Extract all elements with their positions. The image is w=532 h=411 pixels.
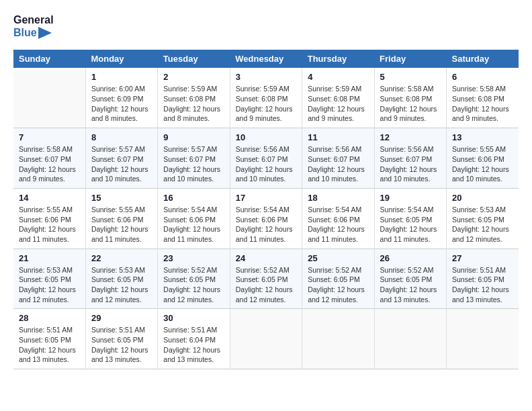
calendar-cell: 27Sunrise: 5:51 AMSunset: 6:05 PMDayligh… [447, 248, 519, 309]
calendar-cell: 12Sunrise: 5:56 AMSunset: 6:07 PMDayligh… [374, 128, 446, 189]
day-number: 23 [163, 253, 224, 263]
day-number: 28 [19, 313, 80, 323]
calendar-cell: 4Sunrise: 5:59 AMSunset: 6:08 PMDaylight… [302, 68, 374, 128]
day-info: Sunrise: 5:58 AMSunset: 6:08 PMDaylight:… [452, 84, 513, 124]
day-info: Sunrise: 5:57 AMSunset: 6:07 PMDaylight:… [163, 144, 224, 184]
day-number: 7 [19, 132, 80, 142]
week-row-3: 14Sunrise: 5:55 AMSunset: 6:06 PMDayligh… [13, 188, 519, 248]
day-number: 16 [163, 193, 224, 203]
day-info: Sunrise: 5:53 AMSunset: 6:05 PMDaylight:… [91, 265, 152, 305]
day-info: Sunrise: 5:51 AMSunset: 6:04 PMDaylight:… [163, 325, 224, 365]
calendar-cell [302, 309, 374, 369]
calendar-cell: 29Sunrise: 5:51 AMSunset: 6:05 PMDayligh… [85, 309, 157, 369]
calendar-cell: 1Sunrise: 6:00 AMSunset: 6:09 PMDaylight… [85, 68, 157, 128]
logo-general: General [13, 13, 54, 26]
calendar-cell [13, 68, 85, 128]
day-number: 17 [236, 193, 296, 203]
calendar-cell: 28Sunrise: 5:51 AMSunset: 6:05 PMDayligh… [13, 309, 85, 369]
calendar-cell: 11Sunrise: 5:56 AMSunset: 6:07 PMDayligh… [302, 128, 374, 189]
day-info: Sunrise: 5:57 AMSunset: 6:07 PMDaylight:… [91, 144, 152, 184]
day-info: Sunrise: 5:52 AMSunset: 6:05 PMDaylight:… [380, 265, 441, 305]
day-info: Sunrise: 5:51 AMSunset: 6:05 PMDaylight:… [19, 325, 80, 365]
day-number: 10 [236, 132, 296, 142]
day-number: 5 [380, 72, 441, 82]
calendar-cell: 6Sunrise: 5:58 AMSunset: 6:08 PMDaylight… [447, 68, 519, 128]
day-number: 22 [91, 253, 152, 263]
day-number: 9 [163, 132, 224, 142]
col-header-sunday: Sunday [13, 50, 85, 68]
calendar-cell: 7Sunrise: 5:58 AMSunset: 6:07 PMDaylight… [13, 128, 85, 189]
col-header-friday: Friday [374, 50, 446, 68]
calendar-cell: 3Sunrise: 5:59 AMSunset: 6:08 PMDaylight… [230, 68, 302, 128]
day-info: Sunrise: 5:58 AMSunset: 6:07 PMDaylight:… [19, 144, 80, 184]
day-number: 21 [19, 253, 80, 263]
day-number: 15 [91, 193, 152, 203]
day-info: Sunrise: 5:53 AMSunset: 6:05 PMDaylight:… [19, 265, 80, 305]
week-row-2: 7Sunrise: 5:58 AMSunset: 6:07 PMDaylight… [13, 128, 519, 189]
calendar-cell [374, 309, 446, 369]
col-header-monday: Monday [85, 50, 157, 68]
day-number: 4 [308, 72, 368, 82]
calendar-cell: 24Sunrise: 5:52 AMSunset: 6:05 PMDayligh… [230, 248, 302, 309]
day-info: Sunrise: 5:59 AMSunset: 6:08 PMDaylight:… [163, 84, 224, 124]
calendar-cell: 9Sunrise: 5:57 AMSunset: 6:07 PMDaylight… [158, 128, 230, 189]
calendar-cell: 17Sunrise: 5:54 AMSunset: 6:06 PMDayligh… [230, 188, 302, 248]
day-number: 18 [308, 193, 368, 203]
week-row-4: 21Sunrise: 5:53 AMSunset: 6:05 PMDayligh… [13, 248, 519, 309]
day-info: Sunrise: 5:55 AMSunset: 6:06 PMDaylight:… [452, 144, 513, 184]
logo-blue: Blue [13, 26, 37, 39]
day-number: 3 [236, 72, 296, 82]
day-info: Sunrise: 5:55 AMSunset: 6:06 PMDaylight:… [19, 205, 80, 244]
day-number: 25 [308, 253, 368, 263]
day-info: Sunrise: 5:51 AMSunset: 6:05 PMDaylight:… [452, 265, 513, 305]
day-info: Sunrise: 5:54 AMSunset: 6:06 PMDaylight:… [163, 205, 224, 244]
logo-text-block: General Blue [13, 13, 54, 39]
col-header-tuesday: Tuesday [158, 50, 230, 68]
day-number: 2 [163, 72, 224, 82]
day-number: 29 [91, 313, 152, 323]
day-number: 11 [308, 132, 368, 142]
day-number: 8 [91, 132, 152, 142]
day-info: Sunrise: 5:56 AMSunset: 6:07 PMDaylight:… [380, 144, 441, 184]
header: General Blue [13, 13, 519, 39]
day-info: Sunrise: 5:54 AMSunset: 6:05 PMDaylight:… [380, 205, 441, 244]
day-info: Sunrise: 5:52 AMSunset: 6:05 PMDaylight:… [163, 265, 224, 305]
day-info: Sunrise: 6:00 AMSunset: 6:09 PMDaylight:… [91, 84, 152, 124]
calendar-cell: 16Sunrise: 5:54 AMSunset: 6:06 PMDayligh… [158, 188, 230, 248]
calendar-cell: 5Sunrise: 5:58 AMSunset: 6:08 PMDaylight… [374, 68, 446, 128]
calendar-cell: 23Sunrise: 5:52 AMSunset: 6:05 PMDayligh… [158, 248, 230, 309]
day-number: 6 [452, 72, 513, 82]
header-row: SundayMondayTuesdayWednesdayThursdayFrid… [13, 50, 519, 68]
calendar-cell [230, 309, 302, 369]
calendar-cell: 26Sunrise: 5:52 AMSunset: 6:05 PMDayligh… [374, 248, 446, 309]
calendar-cell: 14Sunrise: 5:55 AMSunset: 6:06 PMDayligh… [13, 188, 85, 248]
day-number: 20 [452, 193, 513, 203]
day-number: 24 [236, 253, 296, 263]
calendar-cell: 18Sunrise: 5:54 AMSunset: 6:06 PMDayligh… [302, 188, 374, 248]
calendar-cell: 8Sunrise: 5:57 AMSunset: 6:07 PMDaylight… [85, 128, 157, 189]
day-number: 12 [380, 132, 441, 142]
calendar-cell: 22Sunrise: 5:53 AMSunset: 6:05 PMDayligh… [85, 248, 157, 309]
day-info: Sunrise: 5:56 AMSunset: 6:07 PMDaylight:… [308, 144, 368, 184]
col-header-saturday: Saturday [447, 50, 519, 68]
day-number: 27 [452, 253, 513, 263]
calendar-table: SundayMondayTuesdayWednesdayThursdayFrid… [13, 50, 519, 369]
calendar-cell: 15Sunrise: 5:55 AMSunset: 6:06 PMDayligh… [85, 188, 157, 248]
day-info: Sunrise: 5:54 AMSunset: 6:06 PMDaylight:… [236, 205, 296, 244]
calendar-cell: 13Sunrise: 5:55 AMSunset: 6:06 PMDayligh… [447, 128, 519, 189]
day-number: 13 [452, 132, 513, 142]
col-header-wednesday: Wednesday [230, 50, 302, 68]
col-header-thursday: Thursday [302, 50, 374, 68]
day-info: Sunrise: 5:51 AMSunset: 6:05 PMDaylight:… [91, 325, 152, 365]
calendar-cell: 2Sunrise: 5:59 AMSunset: 6:08 PMDaylight… [158, 68, 230, 128]
calendar-cell: 30Sunrise: 5:51 AMSunset: 6:04 PMDayligh… [158, 309, 230, 369]
day-info: Sunrise: 5:52 AMSunset: 6:05 PMDaylight:… [308, 265, 368, 305]
day-info: Sunrise: 5:59 AMSunset: 6:08 PMDaylight:… [308, 84, 368, 124]
week-row-5: 28Sunrise: 5:51 AMSunset: 6:05 PMDayligh… [13, 309, 519, 369]
calendar-cell [447, 309, 519, 369]
day-number: 19 [380, 193, 441, 203]
day-info: Sunrise: 5:52 AMSunset: 6:05 PMDaylight:… [236, 265, 296, 305]
day-info: Sunrise: 5:54 AMSunset: 6:06 PMDaylight:… [308, 205, 368, 244]
svg-marker-0 [38, 27, 52, 39]
calendar-cell: 20Sunrise: 5:53 AMSunset: 6:05 PMDayligh… [447, 188, 519, 248]
